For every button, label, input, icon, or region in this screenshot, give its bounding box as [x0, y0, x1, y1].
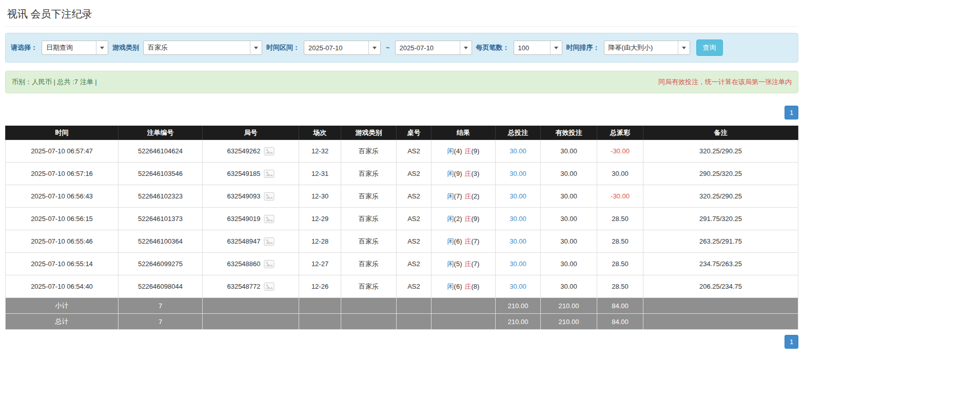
date-from-select[interactable]: 2025-07-10	[304, 41, 381, 55]
round-id-value: 632549093	[227, 192, 260, 200]
result-player-score: (9)	[454, 170, 462, 177]
currency-summary: 币别：人民币 | 总共 :7 注单 |	[12, 77, 97, 87]
result-banker-score: (9)	[472, 215, 480, 223]
table-row: 2025-07-10 06:56:43 522646102323 6325490…	[6, 185, 798, 208]
date-to-value: 2025-07-10	[396, 41, 460, 54]
result-banker-score: (9)	[472, 147, 480, 155]
cell-game-type: 百家乐	[341, 275, 397, 298]
cell-payout: 28.50	[597, 208, 643, 230]
total-bet-link[interactable]: 30.00	[509, 192, 526, 200]
table-row: 2025-07-10 06:57:16 522646103546 6325491…	[6, 163, 798, 185]
cell-note: 291.75/320.25	[643, 208, 798, 230]
game-type-select[interactable]: 百家乐	[143, 41, 262, 55]
cell-game-type: 百家乐	[341, 230, 397, 253]
page-button-1[interactable]: 1	[785, 335, 798, 349]
cell-round-id: 632549093	[203, 185, 299, 208]
table-row: 2025-07-10 06:55:14 522646099275 6325488…	[6, 253, 798, 275]
cell-round-id: 632549262	[203, 140, 299, 163]
cell-bet-id: 522646102323	[119, 185, 203, 208]
total-bet-link[interactable]: 30.00	[509, 215, 526, 223]
cell-game-type: 百家乐	[341, 185, 397, 208]
round-id-value: 632549019	[227, 215, 260, 223]
round-video-icon[interactable]	[264, 192, 275, 201]
cell-table-no: AS2	[397, 185, 432, 208]
pagination-bottom: 1	[5, 335, 798, 359]
round-video-icon[interactable]	[264, 169, 275, 178]
cell-total-bet: 30.00	[496, 163, 541, 185]
chevron-down-icon[interactable]	[550, 41, 562, 54]
cell-result: 闲(6)庄(7)	[432, 230, 496, 253]
time-sort-select[interactable]: 降幂(由大到小)	[604, 41, 690, 55]
cell-table-no: AS2	[397, 208, 432, 230]
round-video-icon[interactable]	[264, 237, 275, 246]
result-banker-label: 庄	[465, 260, 472, 268]
cell-time: 2025-07-10 06:55:14	[6, 253, 119, 275]
round-video-icon[interactable]	[264, 282, 275, 291]
header-note: 备注	[643, 126, 798, 140]
cell-session: 12-28	[299, 230, 341, 253]
result-banker-label: 庄	[465, 283, 472, 290]
cell-session: 12-29	[299, 208, 341, 230]
cell-total-bet: 30.00	[496, 230, 541, 253]
chevron-down-icon[interactable]	[678, 41, 690, 54]
page-size-label: 每页笔数：	[476, 43, 509, 52]
total-total-bet: 210.00	[496, 314, 541, 330]
cell-bet-id: 522646104624	[119, 140, 203, 163]
cell-time: 2025-07-10 06:56:43	[6, 185, 119, 208]
subtotal-count: 7	[119, 298, 203, 314]
search-button[interactable]: 查询	[696, 39, 723, 56]
result-player-label: 闲	[447, 237, 454, 245]
table-row: 2025-07-10 06:57:47 522646104624 6325492…	[6, 140, 798, 163]
time-sort-label: 时间排序：	[566, 43, 600, 52]
total-bet-link[interactable]: 30.00	[509, 170, 526, 177]
query-type-select[interactable]: 日期查询	[42, 41, 108, 55]
result-banker-score: (2)	[472, 192, 480, 200]
total-bet-link[interactable]: 30.00	[509, 260, 526, 268]
chevron-down-icon[interactable]	[96, 41, 108, 54]
total-bet-link[interactable]: 30.00	[509, 147, 526, 155]
subtotal-total-bet: 210.00	[496, 298, 541, 314]
game-type-label: 游戏类别	[112, 43, 139, 52]
table-header-row: 时间 注单编号 局号 场次 游戏类别 桌号 结果 总投注 有效投注 总派彩 备注	[6, 126, 798, 140]
cell-payout: 28.50	[597, 275, 643, 298]
cell-table-no: AS2	[397, 275, 432, 298]
page: 视讯 会员下注纪录 请选择： 日期查询 游戏类别 百家乐 时间区间： 2025-…	[5, 0, 798, 359]
total-valid-bet: 210.00	[541, 314, 597, 330]
round-id-value: 632548947	[227, 237, 260, 245]
table-row: 2025-07-10 06:55:46 522646100364 6325489…	[6, 230, 798, 253]
cell-time: 2025-07-10 06:55:46	[6, 230, 119, 253]
cell-table-no: AS2	[397, 253, 432, 275]
cell-valid-bet: 30.00	[541, 185, 597, 208]
round-video-icon[interactable]	[264, 147, 275, 156]
round-video-icon[interactable]	[264, 259, 275, 269]
result-player-score: (6)	[454, 237, 462, 245]
round-id-value: 632548772	[227, 283, 260, 290]
cell-valid-bet: 30.00	[541, 163, 597, 185]
chevron-down-icon[interactable]	[368, 41, 380, 54]
cell-session: 12-32	[299, 140, 341, 163]
result-player-label: 闲	[447, 215, 454, 223]
date-to-select[interactable]: 2025-07-10	[395, 41, 472, 55]
page-size-select[interactable]: 100	[514, 41, 562, 55]
cell-total-bet: 30.00	[496, 208, 541, 230]
cell-valid-bet: 30.00	[541, 140, 597, 163]
cell-table-no: AS2	[397, 140, 432, 163]
table-row: 2025-07-10 06:56:15 522646101373 6325490…	[6, 208, 798, 230]
chevron-down-icon[interactable]	[250, 41, 262, 54]
header-round-id: 局号	[203, 126, 299, 140]
cell-total-bet: 30.00	[496, 275, 541, 298]
table-row: 2025-07-10 06:54:40 522646098044 6325487…	[6, 275, 798, 298]
header-game-type: 游戏类别	[341, 126, 397, 140]
round-video-icon[interactable]	[264, 214, 275, 224]
date-range-tilde: ~	[385, 44, 391, 52]
cell-round-id: 632549185	[203, 163, 299, 185]
result-player-score: (4)	[454, 147, 462, 155]
result-banker-label: 庄	[465, 192, 472, 200]
chevron-down-icon[interactable]	[460, 41, 472, 54]
page-button-1[interactable]: 1	[785, 106, 798, 119]
result-player-score: (7)	[454, 192, 462, 200]
total-bet-link[interactable]: 30.00	[509, 283, 526, 290]
round-id-value: 632549185	[227, 170, 260, 177]
total-bet-link[interactable]: 30.00	[509, 237, 526, 245]
result-banker-label: 庄	[465, 237, 472, 245]
